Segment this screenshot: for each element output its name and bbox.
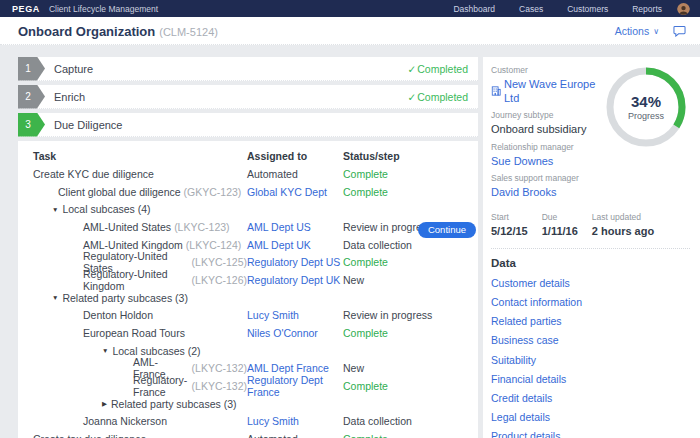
task-name: Denton Holdon xyxy=(83,309,153,321)
task-cell: Create tax due diligence xyxy=(18,433,247,438)
assigned-to-cell: Lucy Smith xyxy=(247,415,343,427)
nav-item-cases[interactable]: Cases xyxy=(519,4,543,14)
assignee-link[interactable]: Global KYC Dept xyxy=(247,186,327,198)
person-icon xyxy=(677,3,690,15)
assignee-link[interactable]: Lucy Smith xyxy=(247,415,299,427)
customer-label: Customer xyxy=(491,65,604,77)
task-cell: Create KYC due diligence xyxy=(18,168,247,180)
status-text: Complete xyxy=(343,186,388,198)
stage-number-badge: 3 xyxy=(18,113,45,137)
stage-row-capture[interactable]: 1Capture✓Completed xyxy=(18,57,478,81)
data-link-contact-information[interactable]: Contact information xyxy=(491,295,690,309)
collapse-triangle-icon[interactable]: ▼ xyxy=(52,294,58,301)
data-link-financial-details[interactable]: Financial details xyxy=(491,372,690,386)
data-link-legal-details[interactable]: Legal details xyxy=(491,410,690,424)
data-link-related-parties[interactable]: Related parties xyxy=(491,314,690,328)
chevron-down-icon: ∨ xyxy=(653,27,659,36)
actions-menu-button[interactable]: Actions xyxy=(615,25,649,37)
assigned-to-cell: Regulatory Dept US xyxy=(247,256,343,268)
table-row: Denton HoldonLucy SmithReview in progres… xyxy=(18,307,478,325)
relationship-manager-label: Relationship manager xyxy=(491,142,604,154)
expand-triangle-icon[interactable]: ▶ xyxy=(102,400,107,408)
data-section: Data Customer detailsContact information… xyxy=(491,257,690,438)
task-case-id: (LKYC-132) xyxy=(192,380,247,392)
assignee-link[interactable]: Regulatory Dept US xyxy=(247,256,340,268)
status-cell: Complete xyxy=(343,186,478,198)
task-case-id: (LKYC-125) xyxy=(192,256,247,268)
collapse-triangle-icon[interactable]: ▼ xyxy=(52,206,58,213)
status-cell: Review in progressContinue xyxy=(343,221,478,233)
data-link-customer-details[interactable]: Customer details xyxy=(491,276,690,290)
assignee-link[interactable]: AML Dept France xyxy=(247,362,329,374)
data-link-credit-details[interactable]: Credit details xyxy=(491,391,690,405)
nav-item-dashboard[interactable]: Dashboard xyxy=(453,4,495,14)
task-name: Create tax due diligence xyxy=(33,433,146,438)
status-cell: Complete xyxy=(343,168,478,180)
stage-number-badge: 1 xyxy=(18,57,45,81)
status-cell: Review in progress xyxy=(343,309,478,321)
task-name: Client global due diligence xyxy=(58,186,181,198)
data-link-suitability[interactable]: Suitability xyxy=(491,353,690,367)
start-date-field: Start 5/12/15 xyxy=(491,212,528,238)
task-case-id: (GKYC-123) xyxy=(184,186,242,198)
user-avatar[interactable] xyxy=(677,2,690,15)
table-row: ▼Related party subcases (3) xyxy=(18,289,478,307)
collapse-triangle-icon[interactable]: ▼ xyxy=(102,347,108,354)
journey-subtype-label: Journey subtype xyxy=(491,110,604,122)
table-row: ▼Local subcases (4) xyxy=(18,200,478,218)
task-cell: ▼Local subcases (2) xyxy=(18,345,247,357)
data-link-product-details[interactable]: Product details xyxy=(491,429,690,438)
due-date-field: Due 1/11/16 xyxy=(542,212,578,238)
case-title-group: Onboard Organization(CLM-5124) xyxy=(18,22,218,40)
task-name: Joanna Nickerson xyxy=(83,415,167,427)
data-link-business-case[interactable]: Business case xyxy=(491,333,690,347)
relationship-manager-link[interactable]: Sue Downes xyxy=(491,154,604,168)
stage-status-badge: ✓Completed xyxy=(407,91,468,103)
assigned-to-cell: Regulatory Dept France xyxy=(247,374,343,398)
status-text: Data collection xyxy=(343,415,412,427)
sales-support-manager-link[interactable]: David Brooks xyxy=(491,185,604,199)
task-cell: AML-United Kingdom(LKYC-124) xyxy=(18,239,247,251)
pega-logo: PEGA xyxy=(12,4,40,14)
case-dates: Start 5/12/15 Due 1/11/16 Last updated 2… xyxy=(491,212,690,238)
top-navbar: PEGA Client Lifecycle Management Dashboa… xyxy=(0,0,700,17)
task-table-body: Create KYC due diligenceAutomatedComplet… xyxy=(18,165,478,438)
assigned-to-cell: AML Dept US xyxy=(247,221,343,233)
table-row: European Road ToursNiles O'ConnorComplet… xyxy=(18,324,478,342)
task-name: Create KYC due diligence xyxy=(33,168,154,180)
customer-link[interactable]: New Wave Europe Ltd xyxy=(491,77,604,106)
task-cell: Joanna Nickerson xyxy=(18,415,247,427)
task-cell: AML-United States(LKYC-123) xyxy=(18,221,247,233)
assignee-link[interactable]: AML Dept UK xyxy=(247,239,311,251)
assignee-link[interactable]: Niles O'Connor xyxy=(247,327,318,339)
column-header-assigned-to: Assigned to xyxy=(247,150,343,162)
check-icon: ✓ xyxy=(407,63,416,75)
stage-label: Due Diligence xyxy=(54,119,122,131)
assignee-link[interactable]: AML Dept US xyxy=(247,221,311,233)
navbar-brand-group: PEGA Client Lifecycle Management xyxy=(12,4,158,14)
stage-row-due-diligence[interactable]: 3Due Diligence xyxy=(18,113,478,137)
task-case-id: (LKYC-126) xyxy=(192,274,247,286)
nav-item-customers[interactable]: Customers xyxy=(567,4,608,14)
task-name: AML-United States xyxy=(83,221,171,233)
task-cell: Client global due diligence(GKYC-123) xyxy=(18,186,247,198)
stage-row-enrich[interactable]: 2Enrich✓Completed xyxy=(18,85,478,109)
continue-button[interactable]: Continue xyxy=(418,222,476,238)
main-column: 1Capture✓Completed2Enrich✓Completed3Due … xyxy=(18,57,478,438)
assignee-link[interactable]: Regulatory Dept UK xyxy=(247,274,340,286)
table-row: Create KYC due diligenceAutomatedComplet… xyxy=(18,165,478,183)
assignee-link[interactable]: Lucy Smith xyxy=(247,309,299,321)
assigned-to-cell: Regulatory Dept UK xyxy=(247,274,343,286)
status-cell: Data collection xyxy=(343,415,478,427)
table-row: Client global due diligence(GKYC-123)Glo… xyxy=(18,183,478,201)
table-row: AML-United States(LKYC-123)AML Dept USRe… xyxy=(18,218,478,236)
comment-icon[interactable] xyxy=(673,25,686,37)
stage-label: Enrich xyxy=(54,91,85,103)
last-updated-field: Last updated 2 hours ago xyxy=(592,212,654,238)
nav-menu: DashboardCasesCustomersReports xyxy=(429,2,690,15)
assignee-link[interactable]: Regulatory Dept France xyxy=(247,374,323,398)
status-text: New xyxy=(343,274,364,286)
nav-item-reports[interactable]: Reports xyxy=(632,4,662,14)
sales-support-manager-label: Sales support manager xyxy=(491,173,604,185)
assigned-to-cell: Lucy Smith xyxy=(247,309,343,321)
